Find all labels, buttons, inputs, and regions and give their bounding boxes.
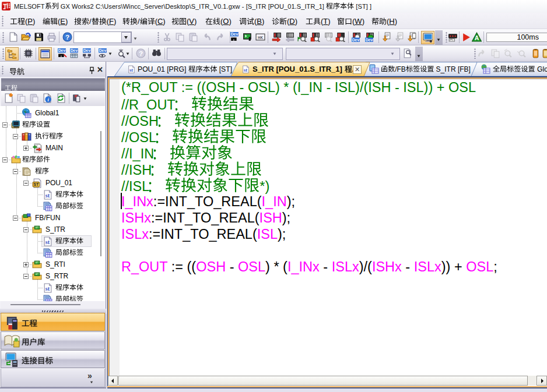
svg-text:A: A (475, 34, 479, 41)
svg-text:?: ? (65, 33, 69, 41)
svg-text:HK: HK (258, 36, 263, 40)
svg-text:Dev: Dev (352, 38, 360, 42)
svg-text:st: st (129, 68, 133, 73)
svg-text:st: st (45, 192, 50, 199)
svg-text:Dev: Dev (231, 32, 239, 36)
svg-text:st: st (45, 239, 50, 245)
svg-text:Dev: Dev (366, 38, 373, 42)
svg-text:Dev: Dev (83, 48, 91, 52)
svg-text:st: st (244, 68, 247, 73)
svg-text:Dev: Dev (58, 48, 66, 52)
svg-text:ST: ST (33, 182, 39, 187)
svg-text:Dev: Dev (71, 48, 78, 52)
svg-text:Dev: Dev (99, 48, 107, 52)
svg-text:st: st (45, 285, 50, 292)
svg-text:?: ? (139, 50, 143, 57)
